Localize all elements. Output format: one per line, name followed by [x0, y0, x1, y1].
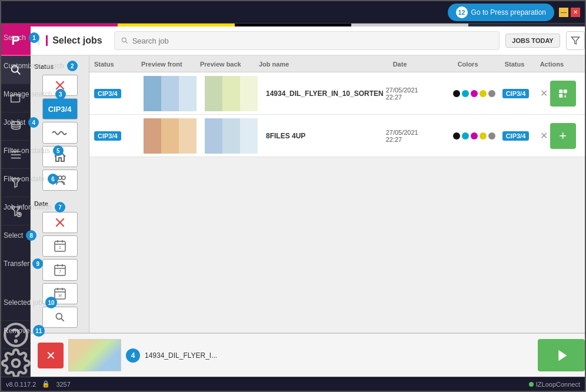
search-input-icon — [121, 36, 129, 45]
remove-job-btn-2[interactable]: ✕ — [540, 130, 548, 141]
cip-badge-2: CIP3/4 — [502, 89, 530, 98]
job-preview-front-2 — [144, 118, 202, 154]
selected-job-name: 14934_DIL_FLYER_I... — [145, 351, 533, 360]
job-status2: CIP3/4 — [502, 90, 538, 97]
sidebar-item-filter-status[interactable] — [1, 169, 31, 197]
remove-selected-button[interactable]: ✕ — [38, 343, 64, 368]
header-status: Status — [94, 61, 141, 68]
bottom-panel: ✕ 4 14934_DIL_FLYER_I... — [31, 333, 585, 377]
play-button[interactable] — [538, 339, 585, 371]
content-area: | Select jobs JOBS TODAY — [31, 26, 585, 377]
main-layout: P — [1, 26, 585, 377]
filter-panel: Status CIP3/4 — [31, 56, 89, 333]
color-magenta-2 — [471, 132, 478, 139]
header-job-name: Job name — [259, 61, 393, 68]
top-bar: 12 Go to Press preparation — ✕ — [1, 1, 585, 24]
header-actions: Actions — [540, 61, 585, 68]
filter-date-day[interactable]: 1 — [42, 235, 78, 257]
svg-text:4: 4 — [564, 94, 566, 98]
remove-job-btn[interactable]: ✕ — [540, 88, 548, 99]
header-colors: Colors — [458, 61, 505, 68]
jobs-today-button[interactable]: JOBS TODAY — [505, 34, 560, 48]
svg-point-0 — [11, 65, 18, 72]
preview-back-thumbnail — [205, 76, 258, 111]
svg-text:30: 30 — [58, 294, 62, 297]
header-preview-back: Preview back — [200, 61, 259, 68]
sidebar-item-filter-date[interactable] — [1, 197, 31, 225]
job-preview-back — [205, 76, 264, 111]
cip-label: CIP3/4 — [48, 105, 72, 114]
preview-back-thumbnail-2 — [205, 118, 258, 154]
page-title: Select jobs — [46, 35, 102, 46]
job-preview-front — [144, 76, 202, 111]
window-controls: — ✕ — [559, 8, 580, 17]
goto-press-button[interactable]: 12 Go to Press preparation — [448, 4, 554, 21]
job-date: 27/05/2021 22:27 — [386, 87, 451, 101]
people-icon — [52, 174, 68, 186]
preview-thumbnail — [144, 76, 197, 111]
gear-icon — [1, 348, 31, 377]
svg-marker-43 — [558, 350, 567, 361]
folder-icon — [9, 92, 22, 105]
svg-line-38 — [61, 318, 64, 321]
lock-icon: 🔒 — [42, 380, 50, 388]
svg-point-18 — [62, 176, 65, 180]
table-header: Status Preview front Preview back Job na… — [89, 56, 585, 72]
table-row[interactable]: CIP3/4 — [89, 72, 585, 115]
filter-date-search[interactable] — [42, 307, 78, 328]
sidebar-item-customized-search[interactable] — [1, 84, 31, 112]
add-job-button[interactable]: + — [550, 123, 576, 149]
icon-sidebar: P — [1, 26, 31, 377]
sidebar-item-settings[interactable] — [1, 348, 31, 377]
filter-clear-date[interactable] — [42, 212, 78, 233]
view-job-button[interactable]: 4 — [550, 81, 576, 107]
search-input[interactable] — [132, 36, 494, 45]
filter-date-month[interactable]: 30 — [42, 283, 78, 304]
svg-text:1: 1 — [59, 245, 61, 250]
version-label: v8.0.117.2 — [6, 381, 36, 388]
database-icon — [9, 120, 22, 133]
color-cyan — [462, 90, 469, 97]
close-button[interactable]: ✕ — [571, 8, 580, 17]
svg-point-10 — [15, 340, 16, 341]
svg-point-37 — [56, 313, 62, 319]
header-status2: Status — [505, 61, 540, 68]
filter-date-week[interactable]: 7 — [42, 259, 78, 280]
sidebar-item-help[interactable] — [1, 320, 31, 348]
color-yellow — [480, 90, 487, 97]
app-container: 12 Go to Press preparation — ✕ P — [0, 0, 586, 392]
job-list: Status Preview front Preview back Job na… — [89, 56, 585, 333]
clear-icon — [54, 79, 66, 91]
filter-cip34[interactable]: CIP3/4 — [42, 98, 78, 119]
filter-status-people[interactable] — [42, 170, 78, 191]
sidebar-item-job-list[interactable] — [1, 141, 31, 169]
help-icon — [1, 320, 31, 350]
search-icon — [9, 64, 22, 77]
goto-badge: 12 — [456, 6, 468, 18]
search-bar: | Select jobs JOBS TODAY — [31, 26, 585, 56]
minimize-button[interactable]: — — [559, 8, 568, 17]
table-area: Status CIP3/4 — [31, 56, 585, 333]
selected-count-badge: 4 — [126, 348, 140, 363]
search-date-icon — [54, 311, 66, 323]
job-colors — [453, 90, 500, 97]
svg-marker-14 — [571, 37, 579, 44]
status-section-title: Status — [33, 61, 86, 72]
job-status2-2: CIP3/4 — [502, 132, 538, 139]
filter-status-wavy[interactable] — [42, 122, 78, 143]
sidebar-logo: P — [1, 26, 31, 56]
color-black-2 — [453, 132, 460, 139]
header-preview-front: Preview front — [141, 61, 200, 68]
filter-status-house[interactable] — [42, 146, 78, 167]
sidebar-item-search[interactable] — [1, 56, 31, 84]
sidebar-item-manage-search[interactable] — [1, 112, 31, 141]
color-cyan-2 — [462, 132, 469, 139]
filter-button[interactable] — [566, 31, 585, 50]
filter-clear-status[interactable] — [42, 75, 78, 96]
selected-job-preview — [68, 339, 121, 371]
table-row[interactable]: CIP3/4 — [89, 115, 585, 157]
cip-badge-4: CIP3/4 — [502, 131, 530, 141]
clear-date-icon — [54, 217, 66, 228]
list-icon — [9, 148, 22, 161]
logo-letter: P — [11, 33, 20, 48]
